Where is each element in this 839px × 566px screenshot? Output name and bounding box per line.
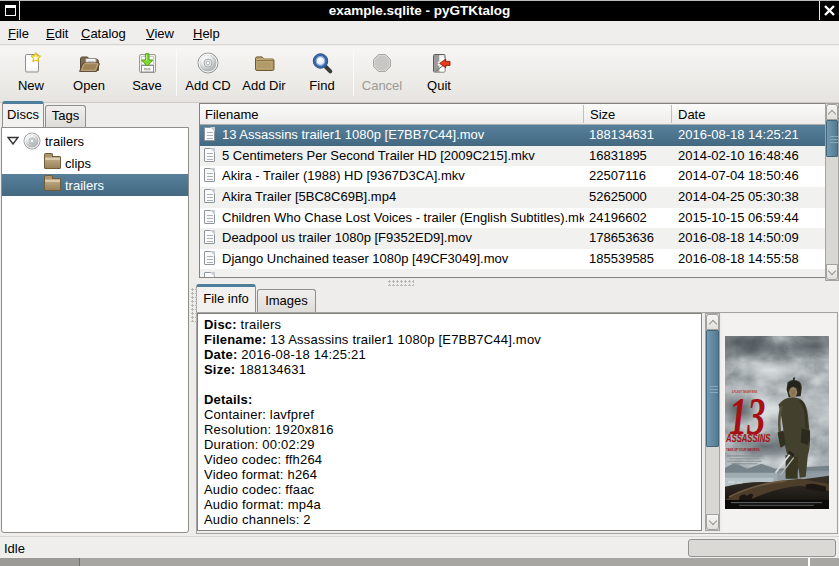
svg-text:ASSASSINS: ASSASSINS xyxy=(725,433,770,444)
svg-text:TAKE UP YOUR SWORDS.: TAKE UP YOUR SWORDS. xyxy=(726,447,760,452)
